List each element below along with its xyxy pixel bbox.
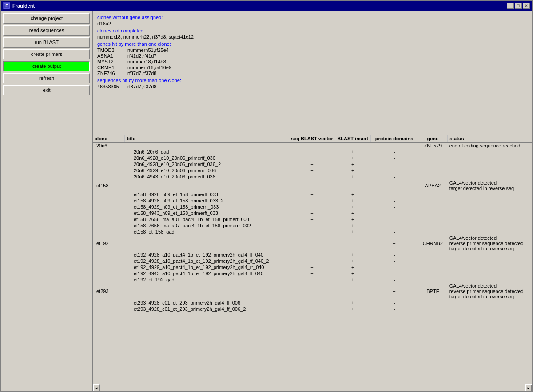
read-sequences-button[interactable]: read sequences [3, 25, 90, 36]
table-row: et192_et_192_gad + + - [93, 277, 532, 283]
seq-clone-cell [93, 204, 125, 210]
window-title: FragIdent [12, 3, 35, 8]
window-controls: _ □ ✕ [507, 3, 530, 9]
seq-status [448, 191, 532, 198]
clone-gene: CHRNB2 [418, 235, 448, 252]
seq-status [448, 155, 532, 161]
seq-gene [418, 216, 448, 222]
seq-clone-cell [93, 306, 125, 312]
seq-title: et158_7656_ma_a07_pact4_1b_et_158_primer… [125, 222, 289, 229]
title-bar: F FragIdent _ □ ✕ [1, 1, 532, 11]
table-row: et158_7656_ma_a01_pact4_1b_et_158_primer… [93, 216, 532, 222]
clone-seq-blast [289, 143, 335, 149]
clone-protein-domains: + [370, 283, 418, 300]
col-header-gene: gene [418, 135, 448, 143]
clone-name: 20n6 [93, 143, 125, 149]
clone-status: GAL4/vector detected target detected in … [448, 180, 532, 191]
seq-blast-vector: + [289, 155, 335, 161]
seq-blast-vector: + [289, 174, 335, 180]
seq-blast-insert: + [335, 161, 370, 167]
gene-row-myst2: MYST2 nummer18,rf14b8 [97, 59, 528, 64]
table-row: et158_4929_h09_et_158_primerrr_033 + + - [93, 204, 532, 210]
seq-blast-vector: + [289, 216, 335, 222]
col-header-clone: clone [93, 135, 125, 143]
seq-blast-insert: + [335, 155, 370, 161]
info-panel[interactable]: clones without gene assigned: rf16a2 clo… [93, 11, 532, 135]
seq-gene [418, 167, 448, 174]
seq-clone-cell [93, 258, 125, 264]
clone-title [125, 235, 289, 252]
table-row: 20n6_20n6_gad + + - [93, 149, 532, 155]
seq-blast-insert: + [335, 264, 370, 270]
scroll-left-button[interactable]: ◄ [93, 384, 100, 391]
seq-blast-insert: + [335, 167, 370, 174]
seq-status [448, 277, 532, 283]
seq-title: et158_et_158_gad [125, 229, 289, 235]
clone-seq-blast [289, 180, 335, 191]
gene-clones-crmp1: nummerh16,orf16e9 [127, 65, 171, 70]
close-button[interactable]: ✕ [523, 3, 530, 9]
clone-status: end of coding sequence reached [448, 143, 532, 149]
refresh-button[interactable]: refresh [3, 73, 90, 83]
clones-without-gene-label: clones without gene assigned: [97, 15, 528, 20]
maximize-button[interactable]: □ [515, 3, 522, 9]
create-output-button[interactable]: create output [3, 61, 90, 71]
table-row: et192_4928_a10_pact4_1b_et_192_primery2h… [93, 252, 532, 258]
run-blast-button[interactable]: run BLAST [3, 37, 90, 48]
scroll-right-button[interactable]: ► [525, 384, 532, 391]
clone-title [125, 143, 289, 149]
clone-group-row: et192 + CHRNB2 GAL4/vector detected reve… [93, 235, 532, 252]
seq-title: et192_et_192_gad [125, 277, 289, 283]
seq-clone-cell [93, 300, 125, 306]
clone-name: et293 [93, 283, 125, 300]
gene-name-crmp1: CRMP1 [97, 65, 124, 70]
seq-gene [418, 252, 448, 258]
seq-gene [418, 204, 448, 210]
table-row: 20n6_4928_e10_20n06_primerff_036 + + - [93, 155, 532, 161]
change-project-button[interactable]: change project [3, 13, 90, 24]
seq-blast-insert: + [335, 191, 370, 198]
minimize-button[interactable]: _ [507, 3, 514, 9]
create-primers-button[interactable]: create primers [3, 49, 90, 59]
seq-status [448, 174, 532, 180]
gene-name-myst2: MYST2 [97, 59, 124, 64]
gene-clones-znf746: rf37d7,rf37d8 [127, 71, 156, 76]
seq-protein-domains: - [370, 161, 418, 167]
table-row: 20n6_4929_e10_20n06_primerrr_036 + + - [93, 167, 532, 174]
seq-blast-vector: + [289, 258, 335, 264]
seq-blast-insert: + [335, 216, 370, 222]
col-header-seq-blast: seq BLAST vector [289, 135, 335, 143]
seq-title: 20n6_4928_e10_20n06_primerff_036_2 [125, 161, 289, 167]
seq-clone-cell [93, 174, 125, 180]
seq-protein-domains: - [370, 270, 418, 277]
seq-clone-cell [93, 149, 125, 155]
exit-button[interactable]: exit [3, 85, 90, 95]
seq-title: et192_4929_a10_pact4_1b_et_192_primery2h… [125, 264, 289, 270]
seq-blast-vector: + [289, 306, 335, 312]
seq-gene [418, 210, 448, 216]
seq-status [448, 149, 532, 155]
seq-status [448, 198, 532, 204]
seq-blast-vector: + [289, 161, 335, 167]
seq-title: et192_4943_a10_pact4_1b_et_192_primery2h… [125, 270, 289, 277]
table-container[interactable]: clone title seq BLAST vector BLAST inser… [93, 135, 532, 384]
seq-title: et158_4928_h09_et_158_primerff_033_2 [125, 198, 289, 204]
clone-status: GAL4/vector detected reverse primer sequ… [448, 235, 532, 252]
scroll-track[interactable] [100, 384, 525, 391]
clone-group-row: 20n6 + ZNF579 end of coding sequence rea… [93, 143, 532, 149]
seq-gene [418, 277, 448, 283]
table-row: et192_4929_a10_pact4_1b_et_192_primery2h… [93, 264, 532, 270]
seq-gene [418, 149, 448, 155]
seq-clone-cell [93, 252, 125, 258]
seq-protein-domains: - [370, 277, 418, 283]
table-row: et158_4928_h09_et_158_primerff_033_2 + +… [93, 198, 532, 204]
seq-protein-domains: - [370, 216, 418, 222]
seq-title: 20n6_20n6_gad [125, 149, 289, 155]
seq-title: et158_4928_h09_et_158_primerff_033 [125, 191, 289, 198]
gene-clones-myst2: nummer18,rf14b8 [127, 59, 166, 64]
seq-clone-cell [93, 191, 125, 198]
horizontal-scrollbar[interactable]: ◄ ► [93, 384, 532, 391]
seq-protein-domains: - [370, 306, 418, 312]
table-row: et158_4943_h09_et_158_primerff_033 + + - [93, 210, 532, 216]
clone-status: GAL4/vector detected reverse primer sequ… [448, 283, 532, 300]
